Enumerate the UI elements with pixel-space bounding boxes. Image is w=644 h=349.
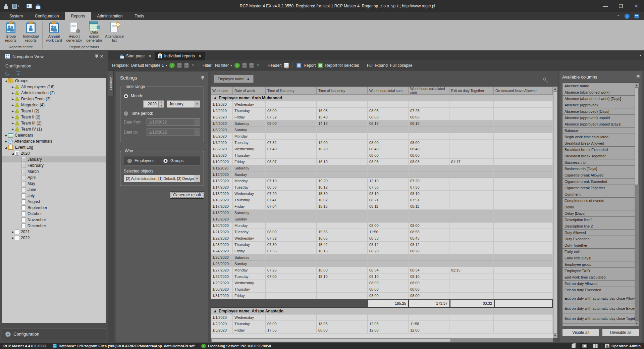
expand-icon[interactable]: ▶	[11, 237, 15, 240]
list-item-delay-days[interactable]: Delay [Days]	[562, 210, 639, 217]
table-row[interactable]: 1/16/2020Thursday07:4116:0208:2107:51	[211, 197, 553, 203]
list-item-employee-group[interactable]: Employee group	[562, 261, 639, 268]
table-row[interactable]: 1/19/2020Sunday	[211, 216, 553, 222]
list-item-completeness-of-events[interactable]: Completeness of events	[562, 198, 639, 204]
selected-objects-select[interactable]: [2] Administraction, [1] Default, [3] De…	[124, 175, 200, 182]
expand-icon[interactable]: ▶	[11, 92, 15, 95]
table-row[interactable]: 1/3/2020Friday07:3215:4008:0808:08	[211, 114, 553, 120]
tree-item-team-iii-2[interactable]: ▶Team III (2)	[2, 120, 106, 126]
menu-item-configuration[interactable]: Configuration	[29, 12, 65, 20]
list-item-abcence-name[interactable]: Abcence name	[562, 83, 639, 89]
panel-toggle-icon[interactable]	[580, 343, 588, 349]
tree-item-team-ii-2[interactable]: ▶Team II (2)	[2, 114, 106, 120]
collapse-all-icon[interactable]	[16, 71, 20, 76]
collapse-ribbon-icon[interactable]: ⌃	[617, 14, 620, 18]
ribbon-button-annual-work-card[interactable]: Annualwork card	[45, 21, 63, 42]
tree-item-groups[interactable]: ◢Groups	[2, 78, 106, 84]
list-item-business-trip[interactable]: Business trip	[562, 159, 639, 166]
month-radio[interactable]: Month:	[124, 94, 200, 98]
tree-item-attendance-terminals[interactable]: ▶Attendance terminals	[2, 138, 106, 144]
template-delete-icon[interactable]: ✕	[191, 63, 195, 68]
tree-item-april[interactable]: April	[2, 174, 106, 181]
unvisible-all-button[interactable]: Unvisible all	[602, 329, 639, 336]
filter-edit-icon[interactable]	[249, 63, 254, 68]
home-icon[interactable]	[35, 4, 41, 9]
book-view-icon[interactable]	[593, 344, 598, 348]
chevron-down-icon[interactable]: ▼	[194, 175, 200, 182]
tree-item-2022[interactable]: ▶2022	[2, 235, 106, 241]
date-from-field[interactable]: 1/12/2022 ▼	[147, 118, 200, 126]
panel-splitter[interactable]: ......	[2, 323, 106, 328]
refresh-icon[interactable]	[5, 71, 10, 77]
tree-item-administraction-2[interactable]: ▶Administraction (2)	[2, 90, 106, 96]
table-row[interactable]: 1/25/2020Saturday	[211, 254, 553, 261]
scroll-down-icon[interactable]: ▼	[635, 321, 639, 326]
table-row[interactable]: 1/2/2020Thursday08:0016:0508:0507:25	[211, 108, 553, 114]
close-button[interactable]: ✕	[629, 0, 644, 12]
table-row[interactable]: 1/23/2020Thursday07:3015:4208:1208:12	[211, 242, 553, 248]
year-value[interactable]: 2020	[143, 100, 159, 108]
list-item-exit-on-duty-with-automatic-day-close-together[interactable]: Exit on duty with automatic day close To…	[562, 313, 639, 323]
list-item-early-exit[interactable]: Early exit	[562, 249, 639, 255]
tab-list-dropdown-icon[interactable]: ▾	[640, 53, 641, 57]
tree-item-design-team-3[interactable]: ▶Design Team (3)	[2, 96, 106, 102]
menu-item-system[interactable]: System	[3, 12, 29, 20]
chevron-down-icon[interactable]: ▼	[194, 101, 200, 107]
group-header-row[interactable]: ◢Employee name: Arispe Anastatio	[211, 308, 553, 314]
expand-icon[interactable]: ▶	[11, 110, 15, 113]
table-row[interactable]: 1/1/2020Wednesday	[211, 101, 553, 108]
tree-item-january[interactable]: January	[2, 156, 106, 162]
table-row[interactable]: 1/26/2020Sunday	[211, 261, 553, 267]
tree-item-event-log[interactable]: ◢Event Log	[2, 144, 106, 150]
close-tab-icon[interactable]: ✕	[198, 54, 202, 58]
ribbon-button-attendance-list[interactable]: Attendancelist	[105, 21, 124, 42]
ribbon-button-report-generator[interactable]: Reportgenerator	[65, 21, 84, 42]
tree-item-september[interactable]: September	[2, 205, 106, 211]
group-by-chip[interactable]: Employee name▲	[214, 75, 254, 83]
close-tab-icon[interactable]: ✕	[148, 54, 151, 58]
list-item-duty-exceeded[interactable]: Duty Exceeded	[562, 236, 639, 242]
close-icon[interactable]: ×	[100, 54, 103, 59]
filter-dropdown[interactable]: No filter▾	[215, 63, 232, 68]
expand-icon[interactable]: ▶	[11, 116, 15, 119]
year-up-icon[interactable]: ▲	[159, 101, 164, 104]
group-header-row[interactable]: ◢Employee name: Arab Muhannad	[211, 95, 553, 101]
ribbon-button-group-reports[interactable]: Groupreports	[1, 21, 20, 42]
table-row[interactable]: 1/28/2020Tuesday07:0015:1008:1008:10	[211, 273, 553, 280]
column-header-work-date[interactable]: Work date	[211, 87, 233, 94]
report-for-selected-button[interactable]: Report for selected	[325, 63, 359, 68]
table-row[interactable]: 1/13/2020Monday07:1019:2012:1007:20	[211, 178, 553, 184]
tree-item-team-iv-1[interactable]: ▶Team IV (1)	[2, 126, 106, 132]
list-item-duty-allowed[interactable]: Duty Allowed	[562, 230, 639, 236]
expand-icon[interactable]: ▶	[11, 86, 15, 89]
tree-item-june[interactable]: June	[2, 187, 106, 193]
menu-item-administration[interactable]: Administration	[91, 12, 128, 20]
tree-item-july[interactable]: July	[2, 193, 106, 199]
filter-delete-icon[interactable]: ✕	[256, 63, 260, 68]
template-dropdown[interactable]: Default template 1▾	[131, 63, 167, 68]
expand-icon[interactable]: ▶	[11, 98, 15, 101]
list-item-description-line-2[interactable]: Description line 2	[562, 223, 639, 230]
expand-icon[interactable]: ▶	[4, 140, 8, 143]
report-button[interactable]: Report	[304, 63, 316, 68]
table-row[interactable]: 1/7/2020Tuesday07:3212:0008:0008:00	[211, 140, 553, 146]
expand-icon[interactable]: ▶	[11, 104, 15, 107]
table-row[interactable]: 1/15/2020Wednesday07:2015:3008:1008:10	[211, 191, 553, 197]
layout-pages-icon[interactable]	[572, 344, 576, 348]
collapse-icon[interactable]: ◢	[213, 309, 217, 313]
pin-icon[interactable]	[636, 75, 639, 79]
list-item-cigarette-break-together[interactable]: Cigarette break Together	[562, 185, 639, 191]
collapse-icon[interactable]: ◢	[4, 79, 8, 83]
expand-icon[interactable]: ▶	[4, 134, 8, 137]
list-item-absence-approved-days[interactable]: Absence (approved) [Days]	[562, 108, 639, 115]
tree-item-may[interactable]: May	[2, 181, 106, 187]
date-to-field[interactable]: 1/12/2022 ▼	[147, 129, 200, 136]
scroll-up-icon[interactable]: ▲	[635, 83, 639, 87]
tree-item-magazine-4[interactable]: ▶Magazine (4)	[2, 102, 106, 108]
table-row[interactable]: 1/29/2020Wednesday08:0008:00	[211, 280, 553, 286]
horizontal-scrollbar[interactable]	[211, 338, 553, 342]
pin-icon[interactable]	[201, 76, 204, 80]
scrollbar-thumb[interactable]	[211, 339, 451, 342]
tree-item-2020[interactable]: ◢2020	[2, 150, 106, 156]
table-row[interactable]: 1/9/2020Thursday08:0008:00	[211, 152, 553, 159]
